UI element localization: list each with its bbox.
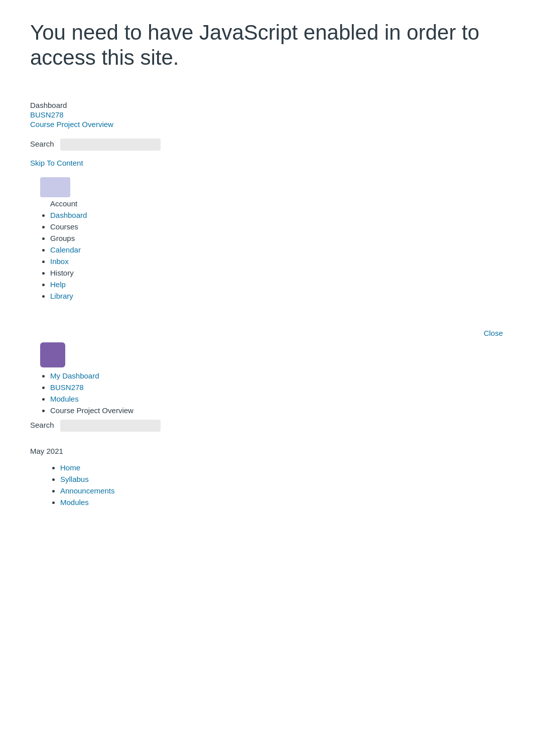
nav-item-courses: Courses: [50, 222, 503, 231]
course-menu-home[interactable]: Home: [60, 463, 503, 472]
skip-to-content-link[interactable]: Skip To Content: [30, 159, 503, 167]
course-menu-modules[interactable]: Modules: [60, 498, 503, 507]
course-nav-list: My Dashboard BUSN278 Modules Course Proj…: [30, 371, 503, 415]
course-nav-busn278[interactable]: BUSN278: [50, 383, 503, 392]
global-nav-list: Account Dashboard Courses Groups Calenda…: [30, 199, 503, 312]
nav-item-help[interactable]: Help: [50, 280, 503, 289]
bottom-search-section: Search: [30, 420, 503, 432]
nav-item-history: History: [50, 269, 503, 277]
course-section: May 2021 Home Syllabus Announcements Mod…: [30, 447, 503, 507]
nav-item-empty: [50, 303, 503, 312]
nav-item-inbox[interactable]: Inbox: [50, 257, 503, 266]
close-button[interactable]: Close: [484, 329, 503, 337]
top-search-section: Search: [30, 139, 503, 151]
nav-item-calendar[interactable]: Calendar: [50, 245, 503, 254]
course-nav-modules[interactable]: Modules: [50, 395, 503, 403]
top-search-label: Search: [30, 140, 54, 148]
avatar-top-placeholder: [40, 177, 70, 197]
bottom-search-input[interactable]: [60, 420, 161, 432]
breadcrumb: Dashboard BUSN278 Course Project Overvie…: [30, 101, 503, 129]
course-nav-section: My Dashboard BUSN278 Modules Course Proj…: [30, 342, 503, 415]
nav-item-dashboard[interactable]: Dashboard: [50, 211, 503, 219]
course-menu-announcements[interactable]: Announcements: [60, 486, 503, 495]
top-search-input[interactable]: [60, 139, 161, 151]
course-menu-syllabus[interactable]: Syllabus: [60, 475, 503, 483]
close-section: Close: [30, 327, 503, 337]
bottom-search-label: Search: [30, 421, 54, 429]
breadcrumb-page[interactable]: Course Project Overview: [30, 120, 503, 129]
nav-item-account-label: Account: [50, 199, 503, 208]
course-date: May 2021: [30, 447, 503, 455]
avatar-course: [40, 342, 65, 367]
course-nav-project-overview: Course Project Overview: [50, 406, 503, 415]
js-warning-section: You need to have JavaScript enabled in o…: [30, 20, 503, 71]
breadcrumb-dashboard: Dashboard: [30, 101, 503, 109]
course-nav-my-dashboard[interactable]: My Dashboard: [50, 371, 503, 380]
course-menu-list: Home Syllabus Announcements Modules: [30, 463, 503, 507]
nav-item-groups: Groups: [50, 234, 503, 242]
js-warning-text: You need to have JavaScript enabled in o…: [30, 20, 503, 71]
nav-item-library[interactable]: Library: [50, 292, 503, 300]
global-nav-section: Account Dashboard Courses Groups Calenda…: [30, 177, 503, 312]
breadcrumb-course[interactable]: BUSN278: [30, 110, 503, 119]
